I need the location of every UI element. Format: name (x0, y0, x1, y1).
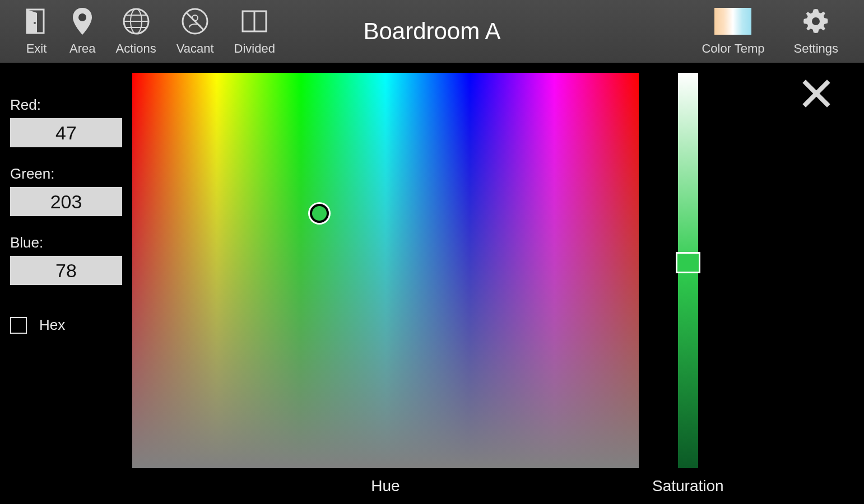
saturation-picker: Saturation (652, 73, 724, 504)
area-label: Area (69, 41, 95, 56)
hue-cursor (310, 204, 329, 223)
svg-point-3 (78, 13, 86, 21)
saturation-caption: Saturation (652, 477, 724, 495)
settings-label: Settings (794, 41, 839, 56)
toolbar-left-group: Exit Area Actions (0, 0, 285, 63)
hue-caption: Hue (371, 477, 400, 495)
close-icon (802, 100, 830, 109)
main-area: Red: Green: Blue: Hex Hue Saturation (0, 63, 864, 504)
svg-point-14 (812, 17, 820, 25)
hex-toggle-row: Hex (10, 316, 123, 334)
divided-button[interactable]: Divided (224, 0, 285, 63)
actions-label: Actions (115, 41, 156, 56)
top-toolbar: Exit Area Actions (0, 0, 864, 63)
globe-icon (122, 7, 150, 36)
svg-marker-1 (27, 10, 37, 33)
vacant-button[interactable]: Vacant (166, 0, 224, 63)
exit-icon (24, 7, 49, 36)
hue-picker: Hue (132, 73, 639, 504)
area-button[interactable]: Area (59, 0, 105, 63)
color-temp-label: Color Temp (702, 41, 764, 56)
color-temp-button[interactable]: Color Temp (687, 0, 779, 63)
page-title: Boardroom A (363, 18, 500, 45)
actions-button[interactable]: Actions (105, 0, 166, 63)
exit-label: Exit (26, 41, 47, 56)
saturation-handle (676, 252, 700, 273)
blue-label: Blue: (10, 234, 123, 251)
blue-input[interactable] (10, 256, 122, 285)
red-label: Red: (10, 96, 123, 114)
saturation-strip[interactable] (678, 73, 698, 468)
close-button[interactable] (802, 80, 830, 108)
hex-label: Hex (39, 316, 65, 334)
svg-point-2 (34, 22, 36, 24)
settings-button[interactable]: Settings (779, 0, 853, 63)
color-temp-icon (714, 7, 751, 36)
green-input[interactable] (10, 187, 122, 216)
divided-icon (240, 7, 268, 36)
vacant-label: Vacant (176, 41, 214, 56)
rgb-panel: Red: Green: Blue: Hex (0, 63, 132, 504)
vacant-icon (181, 7, 209, 36)
hue-field[interactable] (132, 73, 639, 468)
red-input[interactable] (10, 118, 122, 147)
pin-icon (71, 7, 94, 36)
exit-button[interactable]: Exit (13, 0, 59, 63)
gear-icon (802, 7, 830, 36)
hex-checkbox[interactable] (10, 317, 27, 334)
toolbar-right-group: Color Temp Settings (687, 0, 864, 63)
green-label: Green: (10, 165, 123, 183)
divided-label: Divided (234, 41, 275, 56)
